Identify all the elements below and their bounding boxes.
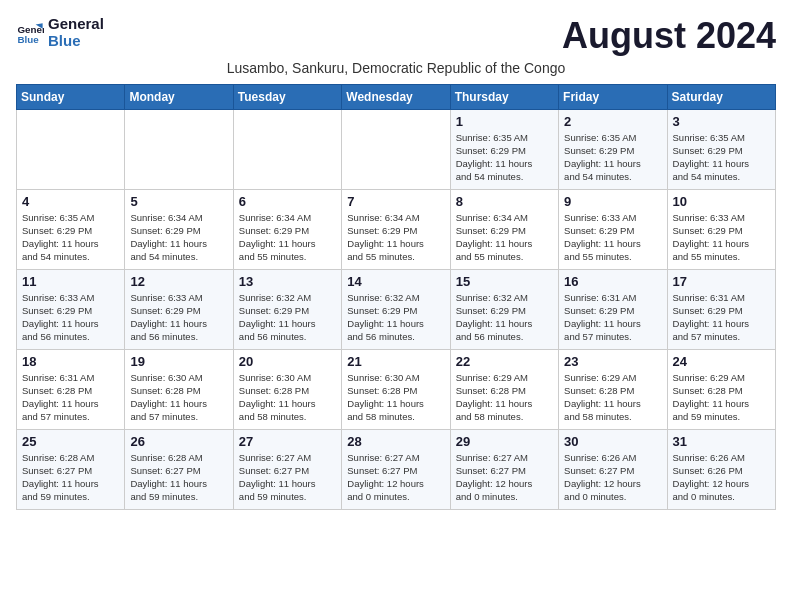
day-header-saturday: Saturday (667, 84, 775, 109)
calendar-cell: 28Sunrise: 6:27 AM Sunset: 6:27 PM Dayli… (342, 429, 450, 509)
day-number: 31 (673, 434, 770, 449)
calendar-cell: 6Sunrise: 6:34 AM Sunset: 6:29 PM Daylig… (233, 189, 341, 269)
calendar-cell: 22Sunrise: 6:29 AM Sunset: 6:28 PM Dayli… (450, 349, 558, 429)
day-number: 26 (130, 434, 227, 449)
day-number: 30 (564, 434, 661, 449)
calendar-cell: 9Sunrise: 6:33 AM Sunset: 6:29 PM Daylig… (559, 189, 667, 269)
day-info: Sunrise: 6:32 AM Sunset: 6:29 PM Dayligh… (239, 291, 336, 344)
day-info: Sunrise: 6:29 AM Sunset: 6:28 PM Dayligh… (673, 371, 770, 424)
subtitle: Lusambo, Sankuru, Democratic Republic of… (16, 60, 776, 76)
day-info: Sunrise: 6:30 AM Sunset: 6:28 PM Dayligh… (347, 371, 444, 424)
calendar-cell: 26Sunrise: 6:28 AM Sunset: 6:27 PM Dayli… (125, 429, 233, 509)
day-number: 11 (22, 274, 119, 289)
day-number: 5 (130, 194, 227, 209)
day-info: Sunrise: 6:30 AM Sunset: 6:28 PM Dayligh… (130, 371, 227, 424)
day-header-thursday: Thursday (450, 84, 558, 109)
calendar-cell: 8Sunrise: 6:34 AM Sunset: 6:29 PM Daylig… (450, 189, 558, 269)
calendar-cell: 25Sunrise: 6:28 AM Sunset: 6:27 PM Dayli… (17, 429, 125, 509)
day-info: Sunrise: 6:33 AM Sunset: 6:29 PM Dayligh… (130, 291, 227, 344)
day-info: Sunrise: 6:27 AM Sunset: 6:27 PM Dayligh… (239, 451, 336, 504)
calendar-cell: 10Sunrise: 6:33 AM Sunset: 6:29 PM Dayli… (667, 189, 775, 269)
calendar-cell: 13Sunrise: 6:32 AM Sunset: 6:29 PM Dayli… (233, 269, 341, 349)
day-header-friday: Friday (559, 84, 667, 109)
calendar-cell (342, 109, 450, 189)
calendar-cell: 11Sunrise: 6:33 AM Sunset: 6:29 PM Dayli… (17, 269, 125, 349)
day-info: Sunrise: 6:32 AM Sunset: 6:29 PM Dayligh… (456, 291, 553, 344)
day-info: Sunrise: 6:29 AM Sunset: 6:28 PM Dayligh… (564, 371, 661, 424)
day-info: Sunrise: 6:34 AM Sunset: 6:29 PM Dayligh… (347, 211, 444, 264)
calendar-cell: 27Sunrise: 6:27 AM Sunset: 6:27 PM Dayli… (233, 429, 341, 509)
calendar-cell (233, 109, 341, 189)
day-info: Sunrise: 6:35 AM Sunset: 6:29 PM Dayligh… (673, 131, 770, 184)
day-number: 20 (239, 354, 336, 369)
day-info: Sunrise: 6:31 AM Sunset: 6:28 PM Dayligh… (22, 371, 119, 424)
calendar-cell: 14Sunrise: 6:32 AM Sunset: 6:29 PM Dayli… (342, 269, 450, 349)
day-info: Sunrise: 6:33 AM Sunset: 6:29 PM Dayligh… (564, 211, 661, 264)
day-number: 28 (347, 434, 444, 449)
day-info: Sunrise: 6:27 AM Sunset: 6:27 PM Dayligh… (456, 451, 553, 504)
main-title: August 2024 (562, 16, 776, 56)
day-number: 22 (456, 354, 553, 369)
calendar-cell: 18Sunrise: 6:31 AM Sunset: 6:28 PM Dayli… (17, 349, 125, 429)
day-info: Sunrise: 6:31 AM Sunset: 6:29 PM Dayligh… (673, 291, 770, 344)
logo-line2: Blue (48, 33, 104, 50)
calendar-cell: 7Sunrise: 6:34 AM Sunset: 6:29 PM Daylig… (342, 189, 450, 269)
day-header-monday: Monday (125, 84, 233, 109)
calendar-cell: 15Sunrise: 6:32 AM Sunset: 6:29 PM Dayli… (450, 269, 558, 349)
day-info: Sunrise: 6:35 AM Sunset: 6:29 PM Dayligh… (456, 131, 553, 184)
calendar-cell: 19Sunrise: 6:30 AM Sunset: 6:28 PM Dayli… (125, 349, 233, 429)
logo: General Blue General Blue (16, 16, 104, 49)
calendar-cell: 23Sunrise: 6:29 AM Sunset: 6:28 PM Dayli… (559, 349, 667, 429)
day-number: 7 (347, 194, 444, 209)
day-number: 25 (22, 434, 119, 449)
day-number: 4 (22, 194, 119, 209)
day-number: 18 (22, 354, 119, 369)
day-number: 13 (239, 274, 336, 289)
day-number: 21 (347, 354, 444, 369)
day-number: 15 (456, 274, 553, 289)
day-number: 19 (130, 354, 227, 369)
day-info: Sunrise: 6:26 AM Sunset: 6:26 PM Dayligh… (673, 451, 770, 504)
day-info: Sunrise: 6:27 AM Sunset: 6:27 PM Dayligh… (347, 451, 444, 504)
week-row-4: 25Sunrise: 6:28 AM Sunset: 6:27 PM Dayli… (17, 429, 776, 509)
day-number: 23 (564, 354, 661, 369)
day-number: 8 (456, 194, 553, 209)
day-number: 6 (239, 194, 336, 209)
day-number: 2 (564, 114, 661, 129)
day-header-tuesday: Tuesday (233, 84, 341, 109)
calendar-cell: 3Sunrise: 6:35 AM Sunset: 6:29 PM Daylig… (667, 109, 775, 189)
day-number: 27 (239, 434, 336, 449)
day-info: Sunrise: 6:26 AM Sunset: 6:27 PM Dayligh… (564, 451, 661, 504)
day-info: Sunrise: 6:35 AM Sunset: 6:29 PM Dayligh… (564, 131, 661, 184)
calendar-header-row: SundayMondayTuesdayWednesdayThursdayFrid… (17, 84, 776, 109)
day-number: 16 (564, 274, 661, 289)
calendar-cell: 29Sunrise: 6:27 AM Sunset: 6:27 PM Dayli… (450, 429, 558, 509)
svg-text:Blue: Blue (17, 33, 39, 44)
calendar-cell: 5Sunrise: 6:34 AM Sunset: 6:29 PM Daylig… (125, 189, 233, 269)
day-info: Sunrise: 6:28 AM Sunset: 6:27 PM Dayligh… (130, 451, 227, 504)
calendar-table: SundayMondayTuesdayWednesdayThursdayFrid… (16, 84, 776, 510)
day-info: Sunrise: 6:32 AM Sunset: 6:29 PM Dayligh… (347, 291, 444, 344)
week-row-1: 4Sunrise: 6:35 AM Sunset: 6:29 PM Daylig… (17, 189, 776, 269)
calendar-cell: 1Sunrise: 6:35 AM Sunset: 6:29 PM Daylig… (450, 109, 558, 189)
day-number: 17 (673, 274, 770, 289)
calendar-body: 1Sunrise: 6:35 AM Sunset: 6:29 PM Daylig… (17, 109, 776, 509)
day-info: Sunrise: 6:30 AM Sunset: 6:28 PM Dayligh… (239, 371, 336, 424)
logo-icon: General Blue (16, 19, 44, 47)
calendar-cell: 31Sunrise: 6:26 AM Sunset: 6:26 PM Dayli… (667, 429, 775, 509)
day-header-wednesday: Wednesday (342, 84, 450, 109)
day-number: 10 (673, 194, 770, 209)
day-info: Sunrise: 6:33 AM Sunset: 6:29 PM Dayligh… (673, 211, 770, 264)
day-number: 14 (347, 274, 444, 289)
day-number: 3 (673, 114, 770, 129)
day-info: Sunrise: 6:29 AM Sunset: 6:28 PM Dayligh… (456, 371, 553, 424)
calendar-cell: 24Sunrise: 6:29 AM Sunset: 6:28 PM Dayli… (667, 349, 775, 429)
logo-line1: General (48, 16, 104, 33)
day-number: 24 (673, 354, 770, 369)
day-info: Sunrise: 6:31 AM Sunset: 6:29 PM Dayligh… (564, 291, 661, 344)
calendar-cell: 30Sunrise: 6:26 AM Sunset: 6:27 PM Dayli… (559, 429, 667, 509)
calendar-cell: 12Sunrise: 6:33 AM Sunset: 6:29 PM Dayli… (125, 269, 233, 349)
week-row-2: 11Sunrise: 6:33 AM Sunset: 6:29 PM Dayli… (17, 269, 776, 349)
title-block: August 2024 (562, 16, 776, 56)
calendar-cell: 20Sunrise: 6:30 AM Sunset: 6:28 PM Dayli… (233, 349, 341, 429)
